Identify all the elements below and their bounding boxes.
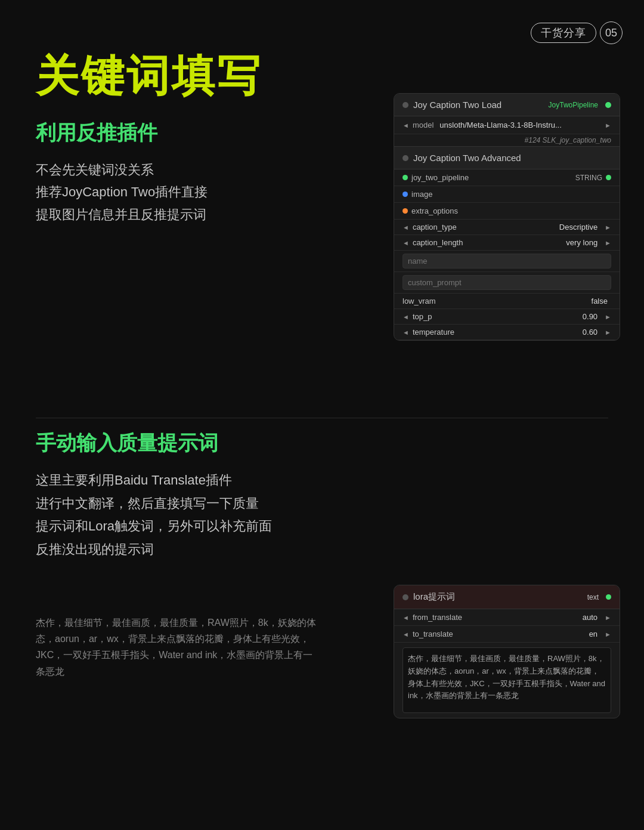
input-name-box[interactable]: name [402, 254, 611, 269]
section2-body: 这里主要利用Baidu Translate插件进行中文翻译，然后直接填写一下质量… [36, 469, 608, 561]
param-caption-type[interactable]: ◄ caption_type Descriptive ► [394, 220, 620, 235]
param-lowvram-value: false [592, 297, 608, 306]
node1-dot [402, 102, 408, 108]
lora-header: lora提示词 text [394, 585, 620, 609]
node-panel: Joy Caption Two Load JoyTwoPipeline ◄ mo… [394, 93, 620, 341]
param-top-p[interactable]: ◄ top_p 0.90 ► [394, 309, 620, 325]
param-lowvram: low_vram false [394, 294, 620, 309]
arrow-left-from: ◄ [402, 614, 409, 621]
input-customprompt-box[interactable]: custom_prompt [402, 275, 611, 290]
arrow-right-clength: ► [605, 239, 611, 246]
arrow-right-model: ► [605, 122, 611, 129]
arrow-left-clength: ◄ [402, 239, 409, 246]
lora-from-name: from_translate [413, 613, 579, 622]
badge-number: 05 [600, 21, 623, 44]
section1-body: 不会先关键词没关系推荐JoyCaption Two插件直接提取图片信息并且反推提… [36, 159, 346, 226]
arrow-right-temp: ► [605, 329, 611, 336]
lora-from-translate[interactable]: ◄ from_translate auto ► [394, 609, 620, 626]
arrow-left-to: ◄ [402, 631, 409, 638]
node1-id-row: #124 SLK_joy_caption_two [394, 134, 620, 146]
arrow-right-topp: ► [605, 313, 611, 320]
small-desc: 杰作，最佳细节，最佳画质，最佳质量，RAW照片，8k，妖娆的体态，aorun，a… [36, 615, 322, 680]
arrow-left-ctype: ◄ [402, 224, 409, 231]
lora-dot [402, 594, 408, 600]
param-lowvram-name: low_vram [402, 297, 588, 306]
field-extra-name: extra_options [411, 206, 611, 215]
model-value: unsloth/Meta-Llama-3.1-8B-Instru... [439, 121, 601, 129]
param-topp-name: top_p [413, 312, 579, 321]
dot-pipeline [402, 175, 408, 180]
node1-pipeline-label: JoyTwoPipeline [549, 101, 598, 109]
section1-container: 利用反推插件 不会先关键词没关系推荐JoyCaption Two插件直接提取图片… [36, 119, 346, 226]
top-badge: 干货分享 05 [531, 21, 623, 44]
input-customprompt-row[interactable]: custom_prompt [394, 272, 620, 294]
node2-title: Joy Caption Two Advanced [413, 153, 611, 163]
param-clength-name: caption_length [413, 238, 562, 247]
lora-panel: lora提示词 text ◄ from_translate auto ► ◄ t… [394, 585, 620, 718]
dot-extra [402, 208, 408, 214]
field-image-name: image [411, 190, 611, 199]
node1-id: #124 SLK_joy_caption_two [525, 136, 611, 144]
node2-dot [402, 155, 408, 161]
main-title: 关键词填写 [36, 48, 262, 105]
field-pipeline-name: joy_two_pipeline [411, 173, 572, 182]
lora-to-value: en [589, 630, 597, 638]
node1-model-row[interactable]: ◄ model unsloth/Meta-Llama-3.1-8B-Instru… [394, 116, 620, 134]
param-ctype-name: caption_type [413, 223, 556, 232]
lora-from-value: auto [583, 613, 597, 622]
input-name-row[interactable]: name [394, 251, 620, 272]
node2-field-extra: extra_options [394, 203, 620, 220]
param-clength-value: very long [566, 238, 597, 247]
arrow-left-temp: ◄ [402, 329, 409, 336]
param-temp-value: 0.60 [583, 328, 597, 337]
param-temperature[interactable]: ◄ temperature 0.60 ► [394, 325, 620, 340]
param-topp-value: 0.90 [583, 312, 597, 321]
lora-title: lora提示词 [413, 591, 583, 603]
lora-to-translate[interactable]: ◄ to_translate en ► [394, 626, 620, 643]
node1-header: Joy Caption Two Load JoyTwoPipeline [394, 94, 620, 116]
node1-green-dot [605, 102, 611, 108]
param-caption-length[interactable]: ◄ caption_length very long ► [394, 235, 620, 251]
divider1 [36, 418, 608, 418]
section2-title: 手动输入质量提示词 [36, 430, 608, 457]
node1-title: Joy Caption Two Load [413, 100, 544, 110]
param-ctype-value: Descriptive [559, 223, 597, 232]
param-temp-name: temperature [413, 328, 579, 337]
section1-title: 利用反推插件 [36, 119, 346, 147]
node2-field-pipeline: joy_two_pipeline STRING [394, 169, 620, 186]
lora-text-label: text [587, 593, 599, 601]
node2-header: Joy Caption Two Advanced [394, 146, 620, 169]
field-pipeline-type: STRING [575, 174, 602, 182]
arrow-right-to: ► [605, 631, 611, 638]
badge-text: 干货分享 [531, 23, 596, 43]
model-label: model [413, 121, 434, 129]
arrow-right-from: ► [605, 614, 611, 621]
dot-image [402, 192, 408, 197]
arrow-right-ctype: ► [605, 224, 611, 231]
lora-to-name: to_translate [413, 630, 586, 638]
lora-textarea[interactable]: 杰作，最佳细节，最佳画质，最佳质量，RAW照片，8k，妖娆的体态，aorun，a… [402, 647, 611, 713]
lora-text-dot [606, 594, 611, 600]
arrow-left-model: ◄ [402, 122, 409, 129]
arrow-left-topp: ◄ [402, 313, 409, 320]
node2-field-image: image [394, 186, 620, 203]
section2-container: 手动输入质量提示词 这里主要利用Baidu Translate插件进行中文翻译，… [36, 430, 608, 561]
field-pipeline-dot [606, 175, 611, 180]
